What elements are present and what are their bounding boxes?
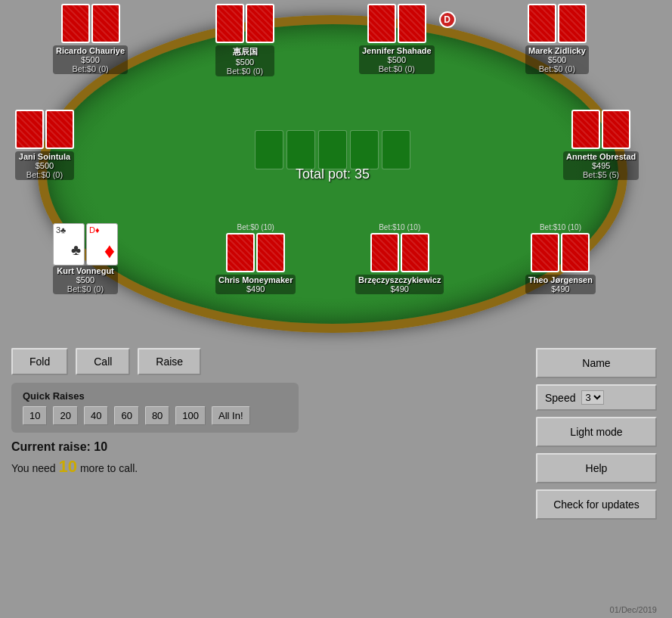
huichen-cards	[215, 4, 274, 43]
jani-name: Jani Sointula	[18, 152, 71, 161]
kurt-bet: Bet:$0 (0)	[56, 284, 115, 293]
ricardo-bet: Bet:$0 (0)	[56, 64, 125, 73]
brzeczyszczykiewicz-money: $490	[358, 284, 441, 293]
brzeczyszczykiewicz-card-1	[370, 233, 399, 272]
player-slot-ricardo: Ricardo Chauriye $500 Bet:$0 (0)	[53, 4, 128, 74]
speed-select[interactable]: 1 2 3 4 5	[581, 390, 604, 405]
kurt-name: Kurt Vonnegut	[56, 266, 115, 275]
chris-name: Chris Moneymaker	[218, 275, 293, 284]
kurt-card-2: D♦ ♦	[86, 223, 118, 266]
jennifer-money: $500	[362, 55, 432, 64]
ricardo-card-2	[91, 4, 120, 43]
theo-card-2	[561, 233, 590, 272]
marek-name: Marek Zidlicky	[528, 46, 586, 55]
marek-card-1	[528, 4, 556, 43]
raise-button[interactable]: Raise	[138, 348, 201, 375]
raise-100-button[interactable]: 100	[175, 406, 206, 425]
call-amount: 10	[59, 457, 77, 476]
annette-name: Annette Obrestad	[566, 152, 636, 161]
right-controls: Name Speed 1 2 3 4 5 Light mode Help Che…	[536, 348, 657, 520]
jani-money: $500	[18, 161, 71, 170]
date-text: 01/Dec/2019	[610, 605, 657, 614]
raise-20-button[interactable]: 20	[53, 406, 77, 425]
check-updates-button[interactable]: Check for updates	[536, 489, 657, 520]
marek-bet: Bet:$0 (0)	[528, 64, 586, 73]
kurt-money: $500	[56, 275, 115, 284]
theo-money: $490	[528, 284, 593, 293]
ricardo-cards	[61, 4, 120, 43]
kurt-cards: 3♣ ♣ D♦ ♦	[53, 223, 118, 266]
brzeczyszczykiewicz-name: Brzęczyszczykiewicz	[358, 275, 441, 284]
marek-cards	[528, 4, 587, 43]
call-text-before: You need	[11, 462, 59, 474]
ricardo-info: Ricardo Chauriye $500 Bet:$0 (0)	[53, 45, 128, 74]
theo-card-1	[531, 233, 559, 272]
raise-40-button[interactable]: 40	[84, 406, 108, 425]
jani-bet: Bet:$0 (0)	[18, 170, 71, 179]
brzeczyszczykiewicz-cards	[370, 233, 429, 272]
name-button[interactable]: Name	[536, 348, 657, 378]
raise-80-button[interactable]: 80	[145, 406, 169, 425]
jani-cards	[15, 110, 74, 149]
quick-raises-buttons: 10 20 40 60 80 100 All In!	[23, 406, 287, 425]
theo-cards	[531, 233, 590, 272]
fold-button[interactable]: Fold	[11, 348, 68, 375]
light-mode-button[interactable]: Light mode	[536, 417, 657, 447]
brzeczyszczykiewicz-info: Brzęczyszczykiewicz $490	[355, 275, 444, 294]
raise-allin-button[interactable]: All In!	[212, 406, 250, 425]
community-card-3	[318, 130, 347, 169]
help-button[interactable]: Help	[536, 453, 657, 483]
chris-info: Chris Moneymaker $490	[215, 275, 296, 294]
chris-bet-above: Bet:$0 (10)	[215, 223, 296, 231]
annette-card-1	[571, 110, 600, 149]
huichen-money: $500	[218, 57, 271, 67]
player-slot-chris: Bet:$0 (10) Chris Moneymaker $490	[215, 223, 296, 294]
ricardo-name: Ricardo Chauriye	[56, 46, 125, 55]
theo-name: Theo Jørgensen	[528, 275, 593, 284]
ricardo-card-1	[61, 4, 90, 43]
community-card-2	[286, 130, 315, 169]
player-slot-marek: Marek Zidlicky $500 Bet:$0 (0)	[525, 4, 589, 74]
community-card-1	[255, 130, 283, 169]
theo-bet-above: Bet:$10 (10)	[525, 223, 596, 231]
player-slot-annette: Annette Obrestad $495 Bet:$5 (5)	[563, 110, 639, 180]
player-slot-brzeczyszczykiewicz: Bet:$10 (10) Brzęczyszczykiewicz $490	[355, 223, 444, 294]
call-text-after: more to call.	[77, 462, 138, 474]
speed-label: Speed	[545, 392, 575, 404]
total-pot: Total pot: 35	[296, 166, 370, 182]
dealer-button: D	[439, 11, 456, 28]
huichen-card-2	[246, 4, 274, 43]
kurt-info: Kurt Vonnegut $500 Bet:$0 (0)	[53, 266, 118, 294]
call-button[interactable]: Call	[76, 348, 130, 375]
speed-control: Speed 1 2 3 4 5	[536, 384, 657, 411]
player-slot-kurt: 3♣ ♣ D♦ ♦ Kurt Vonnegut $500 Bet:$0 (0)	[53, 223, 118, 294]
marek-card-2	[558, 4, 587, 43]
jani-card-1	[15, 110, 44, 149]
player-slot-jennifer: D Jennifer Shahade $500 Bet:$0 (0)	[359, 4, 435, 74]
chris-card-2	[256, 233, 285, 272]
annette-card-2	[602, 110, 630, 149]
player-slot-theo: Bet:$10 (10) Theo Jørgensen $490	[525, 223, 596, 294]
annette-bet: Bet:$5 (5)	[566, 170, 636, 179]
jennifer-name: Jennifer Shahade	[362, 46, 432, 55]
marek-money: $500	[528, 55, 586, 64]
jennifer-info: Jennifer Shahade $500 Bet:$0 (0)	[359, 45, 435, 74]
raise-10-button[interactable]: 10	[23, 406, 47, 425]
quick-raises-panel: Quick Raises 10 20 40 60 80 100 All In!	[11, 383, 299, 433]
community-cards	[255, 130, 410, 169]
jani-card-2	[45, 110, 74, 149]
quick-raises-title: Quick Raises	[23, 390, 287, 402]
kurt-card-1: 3♣ ♣	[53, 223, 85, 266]
ricardo-money: $500	[56, 55, 125, 64]
chris-cards	[226, 233, 285, 272]
jennifer-bet: Bet:$0 (0)	[362, 64, 432, 73]
community-card-5	[382, 130, 410, 169]
brzeczyszczykiewicz-bet-above: Bet:$10 (10)	[355, 223, 444, 231]
chris-money: $490	[218, 284, 293, 293]
huichen-info: 惠辰国 $500 Bet:$0 (0)	[215, 45, 274, 76]
raise-60-button[interactable]: 60	[114, 406, 138, 425]
theo-info: Theo Jørgensen $490	[525, 275, 596, 294]
huichen-name: 惠辰国	[218, 46, 271, 57]
community-card-4	[350, 130, 379, 169]
annette-info: Annette Obrestad $495 Bet:$5 (5)	[563, 151, 639, 180]
